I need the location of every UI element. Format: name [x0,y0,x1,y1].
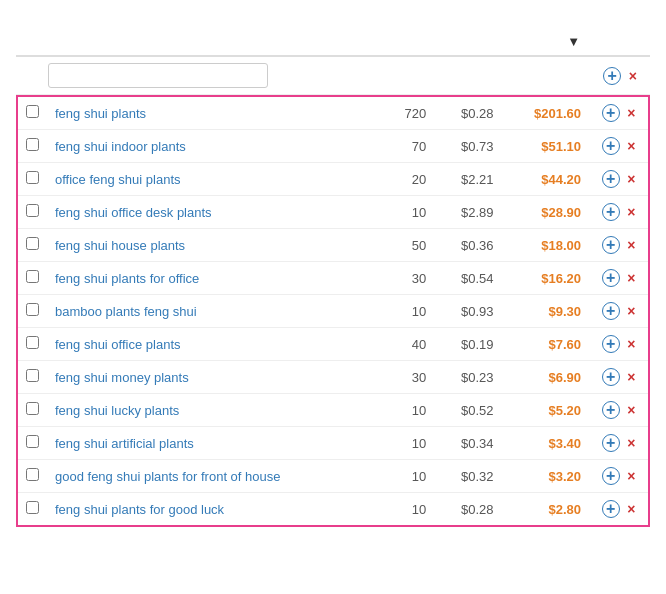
row-checkbox[interactable] [26,336,39,349]
remove-button[interactable]: × [627,204,635,220]
add-button[interactable]: + [602,170,620,188]
row-checkbox-cell [17,493,47,527]
keyword-table: ▼ + × [16,28,650,95]
value-cell: $9.30 [502,295,589,328]
row-checkbox[interactable] [26,237,39,250]
keyword-cell[interactable]: feng shui plants for office [47,262,382,295]
keyword-cell[interactable]: feng shui lucky plants [47,394,382,427]
filter-input-cell [40,56,474,95]
action-cell: + × [589,96,649,130]
add-button[interactable]: + [602,203,620,221]
keyword-cell[interactable]: feng shui indoor plants [47,130,382,163]
keyword-cell[interactable]: feng shui artificial plants [47,427,382,460]
keyword-cell[interactable]: feng shui office desk plants [47,196,382,229]
table-row: feng shui artificial plants 10 $0.34 $3.… [17,427,649,460]
row-checkbox-cell [17,262,47,295]
volume-cell: 10 [382,196,434,229]
table-row: good feng shui plants for front of house… [17,460,649,493]
action-cell: + × [589,295,649,328]
keyword-cell[interactable]: feng shui plants [47,96,382,130]
filter-cpc-cell [504,56,533,95]
row-checkbox[interactable] [26,138,39,151]
row-checkbox[interactable] [26,303,39,316]
action-cell: + × [589,163,649,196]
row-checkbox-cell [17,229,47,262]
remove-button[interactable]: × [627,435,635,451]
remove-button[interactable]: × [627,369,635,385]
add-button[interactable]: + [602,104,620,122]
cpc-cell: $0.52 [434,394,501,427]
action-cell: + × [589,493,649,527]
add-button[interactable]: + [602,269,620,287]
action-cell: + × [589,196,649,229]
row-checkbox[interactable] [26,369,39,382]
row-checkbox-cell [17,130,47,163]
row-checkbox[interactable] [26,402,39,415]
keyword-cell[interactable]: good feng shui plants for front of house [47,460,382,493]
add-button[interactable]: + [602,500,620,518]
volume-cell: 40 [382,328,434,361]
keyword-cell[interactable]: office feng shui plants [47,163,382,196]
keyword-cell[interactable]: feng shui house plants [47,229,382,262]
row-checkbox[interactable] [26,105,39,118]
sort-arrow-icon: ▼ [567,34,580,49]
remove-button[interactable]: × [627,270,635,286]
results-table-container: ▼ + × [16,28,650,527]
action-cell: + × [589,130,649,163]
value-column-header[interactable]: ▼ [533,28,590,56]
add-button[interactable]: + [602,467,620,485]
remove-button[interactable]: × [627,303,635,319]
add-button[interactable]: + [602,302,620,320]
row-checkbox[interactable] [26,171,39,184]
add-button[interactable]: + [602,236,620,254]
remove-button[interactable]: × [627,138,635,154]
remove-button[interactable]: × [627,468,635,484]
value-cell: $5.20 [502,394,589,427]
remove-button[interactable]: × [627,171,635,187]
row-checkbox[interactable] [26,435,39,448]
remove-button[interactable]: × [627,105,635,121]
volume-cell: 720 [382,96,434,130]
add-button[interactable]: + [602,368,620,386]
row-checkbox[interactable] [26,468,39,481]
filter-checkbox-cell [16,56,40,95]
action-cell: + × [589,361,649,394]
row-checkbox-cell [17,427,47,460]
value-cell: $51.10 [502,130,589,163]
remove-button[interactable]: × [627,501,635,517]
value-cell: $3.20 [502,460,589,493]
row-checkbox-cell [17,460,47,493]
filter-value-cell [533,56,590,95]
table-row: bamboo plants feng shui 10 $0.93 $9.30 +… [17,295,649,328]
action-cell: + × [589,394,649,427]
keyword-cell[interactable]: bamboo plants feng shui [47,295,382,328]
filter-keyword-input[interactable] [48,63,268,88]
filter-row: + × [16,56,650,95]
keyword-cell[interactable]: feng shui money plants [47,361,382,394]
add-button[interactable]: + [602,335,620,353]
add-button[interactable]: + [602,401,620,419]
remove-button[interactable]: × [627,237,635,253]
cpc-cell: $0.93 [434,295,501,328]
cpc-cell: $0.32 [434,460,501,493]
remove-button[interactable]: × [627,336,635,352]
row-checkbox-cell [17,163,47,196]
row-checkbox-cell [17,196,47,229]
add-button[interactable]: + [602,434,620,452]
row-checkbox[interactable] [26,204,39,217]
value-cell: $16.20 [502,262,589,295]
volume-cell: 10 [382,295,434,328]
action-cell: + × [589,328,649,361]
volume-cell: 50 [382,229,434,262]
keyword-cell[interactable]: feng shui office plants [47,328,382,361]
actions-column-header [590,28,650,56]
keyword-cell[interactable]: feng shui plants for good luck [47,493,382,527]
volume-cell: 10 [382,427,434,460]
cpc-cell: $0.28 [434,96,501,130]
row-checkbox[interactable] [26,270,39,283]
add-button[interactable]: + [602,137,620,155]
remove-button[interactable]: × [627,402,635,418]
row-checkbox[interactable] [26,501,39,514]
filter-add-button[interactable]: + [603,67,621,85]
filter-remove-button[interactable]: × [629,68,637,84]
